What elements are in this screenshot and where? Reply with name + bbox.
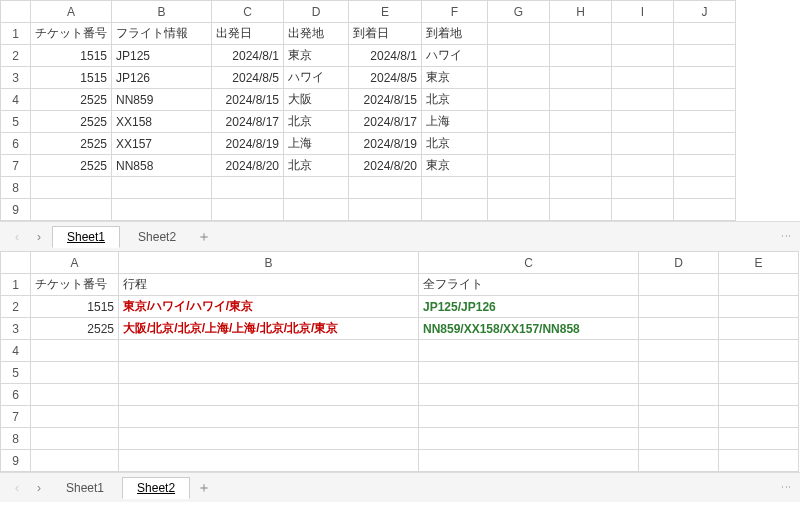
cell[interactable] bbox=[719, 450, 799, 472]
cell[interactable] bbox=[488, 199, 550, 221]
cell[interactable] bbox=[119, 428, 419, 450]
add-sheet-button[interactable]: ＋ bbox=[194, 479, 214, 497]
cell[interactable] bbox=[112, 177, 212, 199]
row-header[interactable]: 1 bbox=[1, 274, 31, 296]
cell[interactable]: 上海 bbox=[422, 111, 488, 133]
cell[interactable] bbox=[639, 362, 719, 384]
cell[interactable]: 東京 bbox=[422, 155, 488, 177]
cell[interactable] bbox=[612, 67, 674, 89]
row-header[interactable]: 7 bbox=[1, 155, 31, 177]
cell[interactable] bbox=[419, 340, 639, 362]
cell[interactable]: 2024/8/5 bbox=[212, 67, 284, 89]
cell[interactable] bbox=[488, 111, 550, 133]
cell[interactable] bbox=[639, 384, 719, 406]
cell[interactable]: 2024/8/17 bbox=[212, 111, 284, 133]
tab-prev-icon[interactable]: ‹ bbox=[8, 228, 26, 246]
cell[interactable] bbox=[112, 199, 212, 221]
cell[interactable] bbox=[550, 199, 612, 221]
cell[interactable] bbox=[612, 23, 674, 45]
cell[interactable] bbox=[550, 67, 612, 89]
cell[interactable]: 2024/8/1 bbox=[212, 45, 284, 67]
row-header[interactable]: 5 bbox=[1, 362, 31, 384]
cell[interactable]: 到着地 bbox=[422, 23, 488, 45]
col-header[interactable]: E bbox=[719, 252, 799, 274]
cell[interactable] bbox=[550, 177, 612, 199]
row-header[interactable]: 7 bbox=[1, 406, 31, 428]
col-header[interactable]: A bbox=[31, 252, 119, 274]
cell[interactable] bbox=[31, 406, 119, 428]
cell[interactable] bbox=[31, 340, 119, 362]
cell[interactable]: チケット番号 bbox=[31, 23, 112, 45]
row-header[interactable]: 8 bbox=[1, 177, 31, 199]
cell[interactable]: 2024/8/15 bbox=[212, 89, 284, 111]
cell[interactable]: 出発地 bbox=[284, 23, 349, 45]
cell[interactable] bbox=[550, 111, 612, 133]
cell[interactable] bbox=[488, 23, 550, 45]
tab-menu-icon[interactable]: ⋮ bbox=[781, 231, 792, 243]
cell[interactable] bbox=[612, 199, 674, 221]
cell[interactable]: NN859 bbox=[112, 89, 212, 111]
row-header[interactable]: 3 bbox=[1, 67, 31, 89]
cell[interactable] bbox=[674, 155, 736, 177]
cell[interactable] bbox=[488, 177, 550, 199]
select-all-corner[interactable] bbox=[1, 1, 31, 23]
cell[interactable]: 出発日 bbox=[212, 23, 284, 45]
cell[interactable] bbox=[284, 177, 349, 199]
cell[interactable]: 全フライト bbox=[419, 274, 639, 296]
cell[interactable] bbox=[212, 177, 284, 199]
cell[interactable] bbox=[349, 199, 422, 221]
cell[interactable]: 2525 bbox=[31, 133, 112, 155]
row-header[interactable]: 1 bbox=[1, 23, 31, 45]
cell[interactable]: XX158 bbox=[112, 111, 212, 133]
cell[interactable] bbox=[419, 450, 639, 472]
cell[interactable] bbox=[719, 318, 799, 340]
cell[interactable] bbox=[419, 384, 639, 406]
cell[interactable] bbox=[674, 23, 736, 45]
select-all-corner[interactable] bbox=[1, 252, 31, 274]
tab-next-icon[interactable]: › bbox=[30, 479, 48, 497]
col-header[interactable]: I bbox=[612, 1, 674, 23]
row-header[interactable]: 8 bbox=[1, 428, 31, 450]
row-header[interactable]: 6 bbox=[1, 133, 31, 155]
cell[interactable]: 2525 bbox=[31, 155, 112, 177]
cell[interactable] bbox=[612, 111, 674, 133]
cell[interactable]: 2024/8/19 bbox=[349, 133, 422, 155]
cell-route[interactable]: 大阪/北京/北京/上海/上海/北京/北京/東京 bbox=[119, 318, 419, 340]
row-header[interactable]: 9 bbox=[1, 199, 31, 221]
cell[interactable] bbox=[639, 318, 719, 340]
col-header[interactable]: J bbox=[674, 1, 736, 23]
col-header[interactable]: C bbox=[212, 1, 284, 23]
col-header[interactable]: B bbox=[112, 1, 212, 23]
cell[interactable] bbox=[31, 450, 119, 472]
cell[interactable]: チケット番号 bbox=[31, 274, 119, 296]
cell[interactable] bbox=[639, 428, 719, 450]
cell[interactable] bbox=[674, 89, 736, 111]
cell[interactable] bbox=[31, 428, 119, 450]
cell[interactable]: XX157 bbox=[112, 133, 212, 155]
cell[interactable] bbox=[639, 450, 719, 472]
cell[interactable]: 2024/8/19 bbox=[212, 133, 284, 155]
tab-next-icon[interactable]: › bbox=[30, 228, 48, 246]
cell[interactable] bbox=[639, 296, 719, 318]
tab-menu-icon[interactable]: ⋮ bbox=[781, 482, 792, 494]
cell[interactable]: 到着日 bbox=[349, 23, 422, 45]
col-header[interactable]: C bbox=[419, 252, 639, 274]
cell[interactable]: 2525 bbox=[31, 89, 112, 111]
tab-sheet1[interactable]: Sheet1 bbox=[52, 477, 118, 498]
col-header[interactable]: H bbox=[550, 1, 612, 23]
cell[interactable] bbox=[488, 89, 550, 111]
cell[interactable] bbox=[674, 133, 736, 155]
cell[interactable] bbox=[488, 45, 550, 67]
tab-prev-icon[interactable]: ‹ bbox=[8, 479, 26, 497]
cell[interactable]: JP125 bbox=[112, 45, 212, 67]
cell[interactable] bbox=[674, 67, 736, 89]
col-header[interactable]: G bbox=[488, 1, 550, 23]
cell[interactable] bbox=[719, 340, 799, 362]
cell[interactable] bbox=[719, 296, 799, 318]
cell[interactable]: ハワイ bbox=[422, 45, 488, 67]
cell[interactable] bbox=[550, 89, 612, 111]
cell[interactable] bbox=[119, 362, 419, 384]
cell[interactable]: フライト情報 bbox=[112, 23, 212, 45]
cell[interactable] bbox=[422, 199, 488, 221]
cell[interactable]: 行程 bbox=[119, 274, 419, 296]
